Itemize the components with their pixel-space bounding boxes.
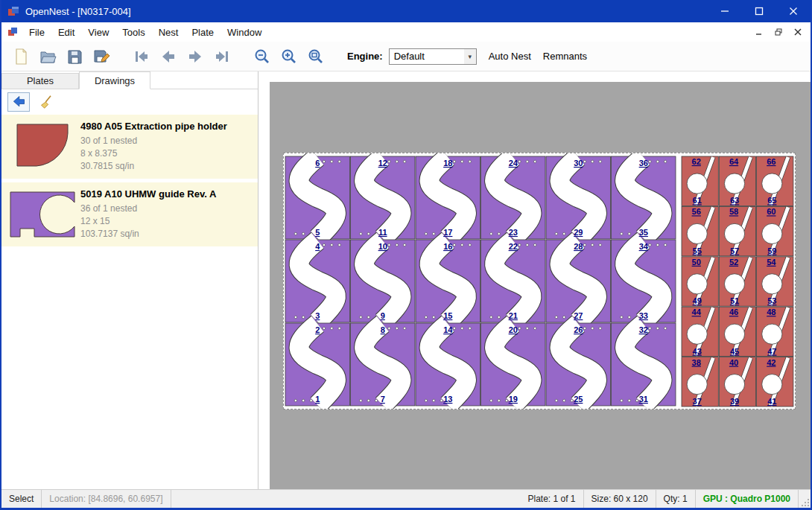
status-spacer bbox=[171, 490, 521, 508]
zoom-in-button[interactable] bbox=[276, 44, 302, 69]
drawing-item[interactable]: 5019 A10 UHMW guide Rev. A36 of 1 nested… bbox=[1, 182, 258, 246]
mdi-restore-icon bbox=[775, 28, 782, 36]
import-part-icon bbox=[11, 95, 26, 109]
part-number-label: 55 bbox=[693, 246, 702, 255]
part-number-label: 42 bbox=[767, 358, 775, 367]
nav-first-button[interactable] bbox=[128, 44, 155, 69]
part-number-label: 19 bbox=[509, 395, 518, 404]
open-file-button[interactable] bbox=[34, 44, 61, 69]
menu-item-plate[interactable]: Plate bbox=[185, 22, 221, 42]
canvas-area: 6512111817242330293635431091615222128273… bbox=[258, 71, 811, 489]
nav-last-button[interactable] bbox=[209, 44, 235, 69]
nav-next-button[interactable] bbox=[182, 44, 209, 69]
part-number-label: 47 bbox=[767, 347, 776, 356]
save-as-button[interactable] bbox=[88, 44, 115, 69]
sidebar-toolbar bbox=[1, 89, 258, 115]
mdi-close-button[interactable] bbox=[790, 25, 806, 39]
part-number-label: 17 bbox=[443, 228, 452, 237]
part-number-label: 50 bbox=[692, 258, 701, 267]
combo-arrow-icon[interactable]: ▾ bbox=[464, 49, 476, 64]
nav-prev-button[interactable] bbox=[155, 44, 182, 69]
new-file-button[interactable] bbox=[7, 44, 34, 69]
plate-surface[interactable]: 6512111817242330293635431091615222128273… bbox=[283, 153, 796, 409]
minimize-button[interactable] bbox=[708, 0, 742, 22]
status-qty: Qty: 1 bbox=[656, 490, 696, 508]
drawing-size: 12 x 15 bbox=[80, 215, 216, 228]
drawing-size: 8 x 8.375 bbox=[80, 147, 227, 160]
nav-last-icon bbox=[213, 48, 231, 66]
part-thumbnail bbox=[4, 121, 80, 173]
part-number-label: 45 bbox=[730, 347, 739, 356]
part-number-label: 11 bbox=[378, 228, 387, 237]
menu-item-file[interactable]: File bbox=[22, 22, 51, 42]
remnants-button[interactable]: Remnants bbox=[543, 51, 587, 62]
part-number-label: 15 bbox=[443, 311, 452, 320]
menu-item-tools[interactable]: Tools bbox=[115, 22, 151, 42]
menu-item-window[interactable]: Window bbox=[221, 22, 268, 42]
part-number-label: 7 bbox=[381, 395, 385, 404]
close-button[interactable] bbox=[776, 0, 811, 22]
engine-value: Default bbox=[394, 51, 425, 62]
tab-plates[interactable]: Plates bbox=[1, 73, 79, 89]
window-controls bbox=[708, 0, 811, 22]
save-button[interactable] bbox=[61, 44, 88, 69]
part-number-label: 43 bbox=[693, 347, 702, 356]
part-number-label: 29 bbox=[574, 228, 583, 237]
close-icon bbox=[789, 7, 798, 16]
drawing-nested-count: 30 of 1 nested bbox=[80, 135, 227, 147]
maximize-icon bbox=[755, 7, 764, 16]
status-gpu: GPU : Quadro P1000 bbox=[696, 490, 799, 508]
menu-item-nest[interactable]: Nest bbox=[152, 22, 185, 42]
engine-select[interactable]: Default ▾ bbox=[389, 48, 477, 65]
mdi-window-controls bbox=[751, 25, 811, 39]
resize-grip[interactable] bbox=[799, 490, 811, 508]
part-number-label: 3 bbox=[315, 311, 320, 320]
maximize-button[interactable] bbox=[742, 0, 776, 22]
part-number-label: 61 bbox=[693, 196, 702, 205]
menu-item-edit[interactable]: Edit bbox=[51, 22, 81, 42]
part-number-label: 54 bbox=[767, 258, 776, 267]
tab-drawings[interactable]: Drawings bbox=[79, 71, 150, 89]
mdi-minimize-button[interactable] bbox=[751, 25, 767, 39]
auto-nest-button[interactable]: Auto Nest bbox=[489, 51, 531, 62]
part-number-label: 41 bbox=[767, 397, 776, 406]
part-number-label: 57 bbox=[730, 246, 739, 255]
part-number-label: 4 bbox=[315, 242, 320, 251]
part-number-label: 26 bbox=[574, 325, 583, 334]
nav-next-icon bbox=[186, 48, 204, 66]
part-number-label: 38 bbox=[692, 358, 701, 367]
clean-button[interactable] bbox=[36, 92, 58, 112]
nest-canvas[interactable]: 6512111817242330293635431091615222128273… bbox=[270, 82, 811, 489]
save-icon bbox=[66, 48, 83, 66]
mdi-document-icon bbox=[7, 27, 18, 37]
part-number-label: 2 bbox=[315, 325, 320, 334]
part-number-label: 1 bbox=[315, 395, 320, 404]
part-number-label: 39 bbox=[730, 397, 739, 406]
nest-plate: 6512111817242330293635431091615222128273… bbox=[284, 153, 795, 409]
part-number-label: 56 bbox=[692, 207, 701, 216]
part-number-label: 62 bbox=[692, 157, 701, 166]
status-mode: Select bbox=[1, 490, 42, 508]
clean-broom-icon bbox=[39, 95, 54, 109]
minimize-icon bbox=[720, 7, 729, 16]
part-number-label: 13 bbox=[443, 395, 452, 404]
zoom-out-button[interactable] bbox=[249, 44, 276, 69]
part-thumbnail bbox=[4, 188, 80, 240]
open-file-icon bbox=[39, 48, 57, 66]
mdi-restore-button[interactable] bbox=[770, 25, 787, 39]
import-part-button[interactable] bbox=[7, 92, 30, 112]
part-number-label: 9 bbox=[381, 311, 385, 320]
save-as-icon bbox=[92, 48, 110, 66]
zoom-in-icon bbox=[280, 48, 298, 66]
status-size: Size: 60 x 120 bbox=[584, 490, 656, 508]
part-number-label: 6 bbox=[315, 159, 320, 168]
status-plate: Plate: 1 of 1 bbox=[521, 490, 584, 508]
zoom-fit-button[interactable] bbox=[302, 44, 329, 69]
zoom-out-icon bbox=[253, 48, 271, 66]
part-number-label: 14 bbox=[443, 325, 453, 334]
mdi-document-glyph bbox=[7, 27, 18, 37]
drawing-item[interactable]: 4980 A05 Extraction pipe holder30 of 1 n… bbox=[1, 115, 258, 179]
part-number-label: 22 bbox=[509, 242, 518, 251]
resize-grip-icon bbox=[801, 498, 811, 508]
menu-item-view[interactable]: View bbox=[81, 22, 115, 42]
